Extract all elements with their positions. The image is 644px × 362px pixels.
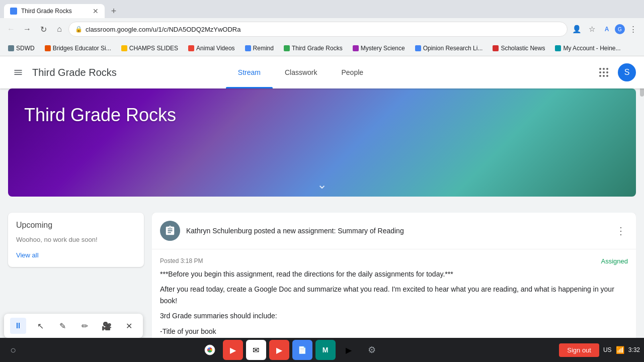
apps-button[interactable] bbox=[594, 62, 614, 82]
post-paragraph-4: -Title of your book bbox=[160, 326, 628, 337]
forward-button[interactable]: → bbox=[20, 22, 34, 36]
bookmark-remind[interactable]: Remind bbox=[241, 44, 278, 53]
header-right: S bbox=[594, 62, 636, 82]
nav-stream[interactable]: Stream bbox=[226, 56, 273, 88]
taskbar-meet[interactable]: M bbox=[315, 340, 336, 360]
taskbar-video[interactable]: ▶ bbox=[223, 340, 243, 360]
pencil-button[interactable]: ✎ bbox=[54, 318, 70, 334]
post-paragraph-2: After you read today, create a Google Do… bbox=[160, 284, 628, 306]
post-metadata: Kathryn Schulenburg posted a new assignm… bbox=[186, 226, 608, 235]
taskbar-docs[interactable]: 📄 bbox=[292, 340, 312, 360]
header-nav: Stream Classwork People bbox=[226, 56, 375, 88]
camera-button[interactable]: 🎥 bbox=[99, 318, 115, 334]
extension-a[interactable]: A bbox=[600, 22, 614, 36]
star-icon[interactable]: ☆ bbox=[585, 22, 599, 36]
post-paragraph-3: 3rd Grade summaries should include: bbox=[160, 310, 628, 321]
bookmark-favicon-sdwd bbox=[8, 45, 14, 51]
upcoming-card: Upcoming Woohoo, no work due soon! View … bbox=[8, 213, 144, 267]
banner-chevron-button[interactable]: ⌄ bbox=[317, 177, 327, 192]
banner-title: Third Grade Rocks bbox=[24, 105, 176, 126]
browser-action-buttons: 👤 ☆ A G ⋮ bbox=[570, 22, 640, 36]
bookmark-favicon-opinion bbox=[415, 45, 421, 51]
assigned-badge: Assigned bbox=[601, 257, 628, 265]
tab-close-button[interactable]: ✕ bbox=[93, 7, 99, 15]
view-all-link[interactable]: View all bbox=[16, 251, 136, 259]
sign-out-button[interactable]: Sign out bbox=[559, 343, 599, 357]
close-toolbar-button[interactable]: ✕ bbox=[121, 318, 137, 334]
back-button[interactable]: ← bbox=[4, 22, 18, 36]
home-button[interactable]: ⌂ bbox=[52, 22, 66, 36]
post-author-text: Kathryn Schulenburg posted a new assignm… bbox=[186, 227, 404, 235]
profile-icon[interactable]: 👤 bbox=[570, 22, 584, 36]
new-tab-button[interactable]: + bbox=[107, 4, 121, 18]
bookmark-favicon-third-grade bbox=[284, 45, 290, 51]
bookmark-animal-videos[interactable]: Animal Videos bbox=[184, 44, 239, 53]
post-more-button[interactable]: ⋮ bbox=[614, 223, 628, 239]
upcoming-empty-message: Woohoo, no work due soon! bbox=[16, 236, 136, 243]
bookmark-third-grade[interactable]: Third Grade Rocks bbox=[280, 44, 347, 53]
taskbar-gmail[interactable]: ✉ bbox=[246, 340, 266, 360]
clock: 3:32 bbox=[628, 346, 640, 353]
taskbar-play[interactable]: ▶ bbox=[339, 340, 359, 360]
bookmark-bridges[interactable]: Bridges Educator Si... bbox=[41, 44, 115, 53]
taskbar-chrome[interactable] bbox=[200, 340, 220, 360]
upcoming-title: Upcoming bbox=[16, 221, 136, 230]
bookmark-favicon-champs bbox=[121, 45, 127, 51]
menu-button[interactable]: ⋮ bbox=[626, 22, 640, 36]
class-banner: Third Grade Rocks ⌄ bbox=[8, 88, 636, 197]
bookmark-favicon-remind bbox=[245, 45, 251, 51]
lock-icon: 🔒 bbox=[75, 26, 83, 33]
bookmark-my-account[interactable]: My Account - Heine... bbox=[551, 44, 624, 53]
marker-button[interactable]: ✏ bbox=[76, 318, 93, 334]
class-title: Third Grade Rocks bbox=[32, 67, 117, 78]
browser-controls: ← → ↻ ⌂ 🔒 classroom.google.com/u/1/c/NDA… bbox=[0, 18, 644, 40]
bookmark-favicon-mystery bbox=[353, 45, 359, 51]
tab-favicon bbox=[10, 8, 17, 15]
classroom-header: Third Grade Rocks Stream Classwork Peopl… bbox=[0, 56, 644, 88]
bookmarks-bar: SDWD Bridges Educator Si... CHAMPS SLIDE… bbox=[0, 40, 644, 56]
taskbar-settings[interactable]: ⚙ bbox=[362, 340, 382, 360]
taskbar-apps: ▶ ✉ ▶ 📄 M ▶ ⚙ bbox=[200, 340, 382, 360]
extension-b[interactable]: G bbox=[615, 24, 625, 34]
wifi-icon: 📶 bbox=[616, 346, 624, 354]
pause-button[interactable]: ⏸ bbox=[10, 318, 26, 334]
pointer-button[interactable]: ↖ bbox=[32, 318, 48, 334]
bookmark-mystery[interactable]: Mystery Science bbox=[349, 44, 409, 53]
nav-classwork[interactable]: Classwork bbox=[273, 56, 330, 88]
tab-bar: Third Grade Rocks ✕ + bbox=[0, 0, 644, 18]
taskbar-youtube[interactable]: ▶ bbox=[269, 340, 289, 360]
address-text: classroom.google.com/u/1/c/NDA5ODQ2MzYwO… bbox=[86, 26, 241, 33]
hamburger-menu[interactable] bbox=[8, 62, 28, 82]
scrollbar-track bbox=[640, 56, 644, 338]
user-avatar[interactable]: S bbox=[618, 63, 636, 81]
taskbar: ○ ▶ ✉ ▶ 📄 M ▶ ⚙ Sign out US � bbox=[0, 338, 644, 362]
grid-icon bbox=[599, 68, 608, 77]
nav-people[interactable]: People bbox=[330, 56, 376, 88]
bookmark-opinion[interactable]: Opinion Research Li... bbox=[411, 44, 487, 53]
annotation-toolbar: ⏸ ↖ ✎ ✏ 🎥 ✕ bbox=[4, 314, 143, 338]
address-bar[interactable]: 🔒 classroom.google.com/u/1/c/NDA5ODQ2MzY… bbox=[68, 22, 568, 37]
bookmark-favicon-bridges bbox=[45, 45, 51, 51]
post-time: Posted 3:18 PM bbox=[160, 257, 628, 264]
bookmark-favicon-my-account bbox=[555, 45, 561, 51]
refresh-button[interactable]: ↻ bbox=[36, 22, 50, 36]
bookmark-scholastic[interactable]: Scholastic News bbox=[489, 44, 549, 53]
taskbar-left: ○ bbox=[4, 341, 22, 359]
post-header: Kathryn Schulenburg posted a new assignm… bbox=[152, 213, 636, 249]
bookmark-favicon-scholastic bbox=[493, 45, 499, 51]
bookmark-sdwd[interactable]: SDWD bbox=[4, 44, 39, 53]
bookmark-favicon-animal bbox=[188, 45, 194, 51]
circle-launcher[interactable]: ○ bbox=[4, 341, 22, 359]
locale-indicator: US bbox=[603, 346, 612, 353]
bookmark-champs[interactable]: CHAMPS SLIDES bbox=[117, 44, 182, 53]
post-paragraph-1: ***Before you begin this assignment, rea… bbox=[160, 268, 628, 280]
tab-title: Third Grade Rocks bbox=[21, 8, 89, 15]
active-tab[interactable]: Third Grade Rocks ✕ bbox=[4, 4, 105, 18]
assignment-icon bbox=[160, 221, 180, 241]
taskbar-right: Sign out US 📶 3:32 bbox=[559, 343, 640, 357]
